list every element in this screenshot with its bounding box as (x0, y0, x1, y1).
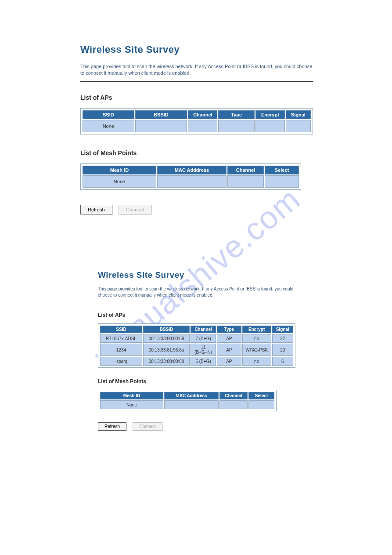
site-survey-panel-2: Wireless Site Survey This page provides … (98, 270, 295, 431)
cell-none: None (100, 400, 163, 409)
col-channel: Channel (188, 110, 217, 119)
cell-ssid: -sparq (100, 357, 142, 366)
page-title: Wireless Site Survey (98, 270, 295, 280)
button-row: Refresh Connect (80, 205, 313, 214)
cell-bssid: 00:13:33:81:96:8a (143, 344, 190, 356)
col-ssid: SSID (83, 110, 134, 119)
col-type: Type (218, 110, 254, 119)
cell-encrypt: no (242, 334, 271, 343)
cell-encrypt: WPA2-PSK (242, 344, 271, 356)
table-row: None (100, 400, 274, 409)
cell-empty (164, 400, 219, 409)
cell-bssid: 00:13:33:00:00:88 (143, 357, 190, 366)
table-row: None (83, 175, 299, 188)
mesh-section-title: List of Mesh Points (98, 378, 295, 385)
col-encrypt: Encrypt (255, 110, 285, 119)
cell-ssid: RTL867x-ADSL (100, 334, 142, 343)
divider (98, 303, 295, 303)
cell-type: AP (217, 357, 241, 366)
col-encrypt: Encrypt (242, 326, 271, 333)
page-description: This page provides tool to scan the wire… (80, 63, 313, 77)
table-header-row: SSID BSSID Channel Type Encrypt Signal (83, 110, 311, 119)
table-row: None (83, 120, 311, 132)
page-description: This page provides tool to scan the wire… (98, 286, 295, 298)
col-type: Type (217, 326, 241, 333)
cell-empty (188, 120, 217, 132)
cell-empty (265, 175, 299, 188)
col-meshid: Mesh ID (100, 392, 163, 399)
cell-empty (219, 400, 248, 409)
table-header-row: SSID BSSID Channel Type Encrypt Signal (100, 326, 293, 333)
mesh-table: Mesh ID MAC Adddress Channel Select None (98, 390, 277, 411)
table-row: -sparq 00:13:33:00:00:88 5 (B+G) AP no 6 (100, 357, 293, 366)
refresh-button[interactable]: Refresh (80, 205, 112, 214)
connect-button[interactable]: Connect (133, 422, 162, 431)
cell-empty (286, 120, 311, 132)
cell-type: AP (217, 344, 241, 356)
col-select: Select (248, 392, 274, 399)
cell-ssid: 1234 (100, 344, 142, 356)
col-signal: Signal (272, 326, 293, 333)
refresh-button[interactable]: Refresh (98, 422, 126, 431)
cell-empty (248, 400, 274, 409)
cell-none: None (83, 120, 134, 132)
col-select: Select (265, 166, 299, 174)
cell-signal: 6 (272, 357, 293, 366)
col-channel: Channel (219, 392, 248, 399)
aps-section-title: List of APs (98, 312, 295, 318)
aps-table: SSID BSSID Channel Type Encrypt Signal N… (80, 108, 313, 134)
col-mac: MAC Adddress (157, 166, 227, 174)
page-title: Wireless Site Survey (80, 44, 313, 55)
site-survey-panel-1: Wireless Site Survey This page provides … (80, 44, 313, 214)
table-header-row: Mesh ID MAC Adddress Channel Select (83, 166, 299, 174)
table-header-row: Mesh ID MAC Adddress Channel Select (100, 392, 274, 399)
cell-encrypt: no (242, 357, 271, 366)
col-channel: Channel (227, 166, 264, 174)
col-mac: MAC Adddress (164, 392, 219, 399)
cell-none: None (83, 175, 156, 188)
cell-empty (218, 120, 254, 132)
col-ssid: SSID (100, 326, 142, 333)
cell-empty (255, 120, 285, 132)
connect-button[interactable]: Connect (119, 205, 151, 214)
divider (80, 81, 313, 82)
aps-table: SSID BSSID Channel Type Encrypt Signal R… (98, 323, 295, 368)
mesh-table: Mesh ID MAC Adddress Channel Select None (80, 163, 301, 190)
button-row: Refresh Connect (98, 422, 295, 431)
cell-empty (157, 175, 227, 188)
cell-channel: 5 (B+G) (191, 357, 216, 366)
cell-empty (135, 120, 187, 132)
cell-type: AP (217, 334, 241, 343)
col-bssid: BSSID (143, 326, 190, 333)
col-meshid: Mesh ID (83, 166, 156, 174)
table-row: RTL867x-ADSL 00:13:33:00:00:89 7 (B+G) A… (100, 334, 293, 343)
table-row: 1234 00:13:33:81:96:8a 11 (B+G+N) AP WPA… (100, 344, 293, 356)
cell-signal: 20 (272, 344, 293, 356)
aps-section-title: List of APs (80, 94, 313, 101)
cell-signal: 22 (272, 334, 293, 343)
cell-channel: 11 (B+G+N) (191, 344, 216, 356)
col-bssid: BSSID (135, 110, 187, 119)
col-channel: Channel (191, 326, 216, 333)
cell-empty (227, 175, 264, 188)
cell-channel: 7 (B+G) (191, 334, 216, 343)
mesh-section-title: List of Mesh Points (80, 149, 313, 156)
cell-bssid: 00:13:33:00:00:89 (143, 334, 190, 343)
col-signal: Signal (286, 110, 311, 119)
